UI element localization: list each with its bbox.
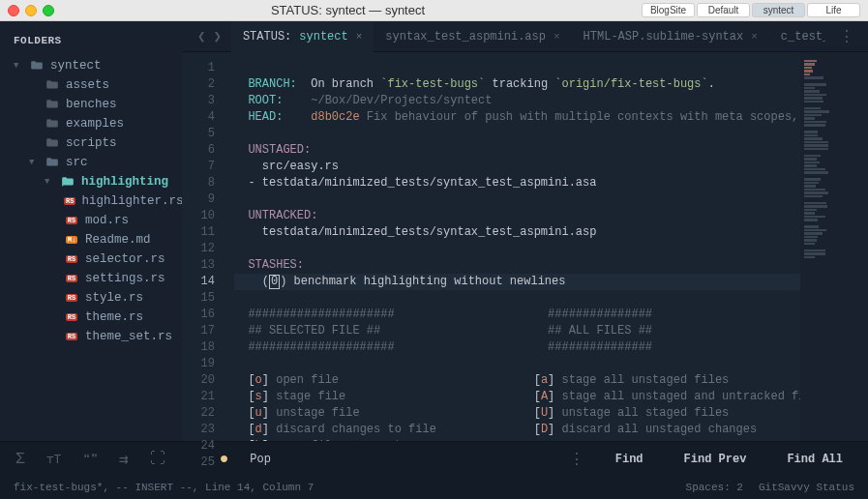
close-icon[interactable]: × <box>751 31 758 43</box>
gutter: 1234567891011121314151617181920212223242… <box>182 52 224 441</box>
window-title: STATUS: syntect — syntect <box>60 3 636 17</box>
close-icon[interactable]: × <box>356 31 363 43</box>
project-tabs: BlogSite Default syntect Life <box>642 3 860 17</box>
editor-body[interactable]: 1234567891011121314151617181920212223242… <box>182 52 868 441</box>
selection-icon[interactable]: ⛶ <box>150 450 165 468</box>
tab-bar: ❮ ❯ STATUS: syntect× syntax_test_aspmini… <box>182 21 868 52</box>
editor-tab-active[interactable]: STATUS: syntect× <box>231 21 374 52</box>
folder-item[interactable]: assets <box>29 75 182 95</box>
editor-tab[interactable]: HTML-ASP.sublime-syntax× <box>572 21 769 52</box>
chevron-down-icon: ▼ <box>45 177 54 187</box>
find-prev-button[interactable]: Find Prev <box>674 453 757 466</box>
markdown-file-icon: M↓ <box>64 236 79 244</box>
folder-icon <box>45 78 60 92</box>
folder-label: benches <box>66 98 117 111</box>
file-label: mod.rs <box>85 214 129 227</box>
editor-tab[interactable]: syntax_test_aspmini.asp× <box>374 21 571 52</box>
chevron-down-icon: ▼ <box>29 158 39 167</box>
find-button[interactable]: Find <box>606 453 653 466</box>
close-icon[interactable]: × <box>554 31 560 43</box>
folder-label: assets <box>66 78 109 92</box>
file-label: style.rs <box>85 291 143 305</box>
rust-file-icon: RS <box>64 275 79 282</box>
folder-item[interactable]: examples <box>29 114 182 133</box>
file-label: settings.rs <box>85 272 165 285</box>
file-item[interactable]: RSselector.rs <box>60 250 182 269</box>
file-item[interactable]: RSsettings.rs <box>60 269 182 288</box>
project-tab[interactable]: syntect <box>752 3 805 17</box>
rust-file-icon: RS <box>64 217 79 224</box>
file-item[interactable]: RSstyle.rs <box>60 288 182 308</box>
project-tab[interactable]: Default <box>697 3 750 17</box>
minimize-window-button[interactable] <box>25 5 37 16</box>
folder-icon <box>45 117 60 131</box>
folder-item[interactable]: ▼src <box>29 153 182 172</box>
text-size-icon[interactable]: ᴛT <box>46 452 62 467</box>
file-label: theme_set.rs <box>85 330 172 343</box>
minimap[interactable] <box>800 52 868 441</box>
editor-tab[interactable]: c_test_asp.asp× <box>769 21 825 52</box>
folder-label: syntect <box>50 59 102 73</box>
folder-label: highlighting <box>81 175 168 189</box>
quote-icon[interactable]: ❝❞ <box>82 452 98 467</box>
folder-item[interactable]: scripts <box>29 133 182 153</box>
file-label: Readme.md <box>85 233 151 247</box>
find-toolbar: Σ ᴛT ❝❞ ⇉ ⛶ ● Pop ⋮ Find Find Prev Find … <box>0 441 868 476</box>
find-all-button[interactable]: Find All <box>777 453 853 466</box>
rust-file-icon: RS <box>64 255 79 263</box>
status-mode[interactable]: GitSavvy Status <box>759 482 854 493</box>
folder-label: scripts <box>66 136 117 150</box>
project-tab[interactable]: Life <box>807 3 860 17</box>
folder-item-selected[interactable]: ▼highlighting <box>45 172 182 191</box>
sidebar-header: FOLDERS <box>0 29 182 56</box>
sidebar: FOLDERS ▼ syntect assets benches example… <box>0 21 182 441</box>
rust-file-icon: RS <box>64 197 75 205</box>
folder-label: src <box>66 156 88 169</box>
titlebar: STATUS: syntect — syntect BlogSite Defau… <box>0 0 868 21</box>
file-item[interactable]: RStheme_set.rs <box>60 327 182 346</box>
folder-root[interactable]: ▼ syntect <box>14 56 182 75</box>
file-label: selector.rs <box>85 252 165 266</box>
folder-label: examples <box>66 117 124 131</box>
more-icon[interactable]: ⋮ <box>569 450 584 469</box>
file-item[interactable]: RShighlighter.rs <box>60 191 182 211</box>
wrap-icon[interactable]: ⇉ <box>119 450 129 469</box>
file-label: theme.rs <box>85 310 143 324</box>
code-area[interactable]: BRANCH: On branch `fix-test-bugs` tracki… <box>224 52 800 441</box>
status-bar: fix-test-bugs*, -- INSERT --, Line 14, C… <box>0 476 868 499</box>
folder-open-icon <box>45 156 60 169</box>
folder-item[interactable]: benches <box>29 95 182 114</box>
project-tab[interactable]: BlogSite <box>642 3 695 17</box>
sigma-icon[interactable]: Σ <box>15 451 25 468</box>
file-label: highlighter.rs <box>81 194 183 208</box>
pop-button[interactable]: Pop <box>250 453 271 466</box>
more-icon[interactable]: ⋮ <box>825 27 868 46</box>
nav-forward-icon[interactable]: ❯ <box>213 28 221 44</box>
folder-open-icon <box>60 175 75 189</box>
close-window-button[interactable] <box>8 5 19 16</box>
file-item[interactable]: M↓Readme.md <box>60 230 182 250</box>
lightbulb-icon[interactable]: ● <box>220 451 229 468</box>
file-item[interactable]: RStheme.rs <box>60 308 182 327</box>
status-spaces[interactable]: Spaces: 2 <box>686 482 743 493</box>
chevron-down-icon: ▼ <box>14 61 23 71</box>
status-left[interactable]: fix-test-bugs*, -- INSERT --, Line 14, C… <box>14 482 314 493</box>
folder-icon <box>45 136 60 150</box>
file-item[interactable]: RSmod.rs <box>60 211 182 230</box>
rust-file-icon: RS <box>64 294 79 302</box>
rust-file-icon: RS <box>64 333 79 340</box>
nav-back-icon[interactable]: ❮ <box>197 28 205 44</box>
folder-open-icon <box>29 59 45 73</box>
folder-icon <box>45 98 60 111</box>
rust-file-icon: RS <box>64 313 79 321</box>
maximize-window-button[interactable] <box>43 5 54 16</box>
